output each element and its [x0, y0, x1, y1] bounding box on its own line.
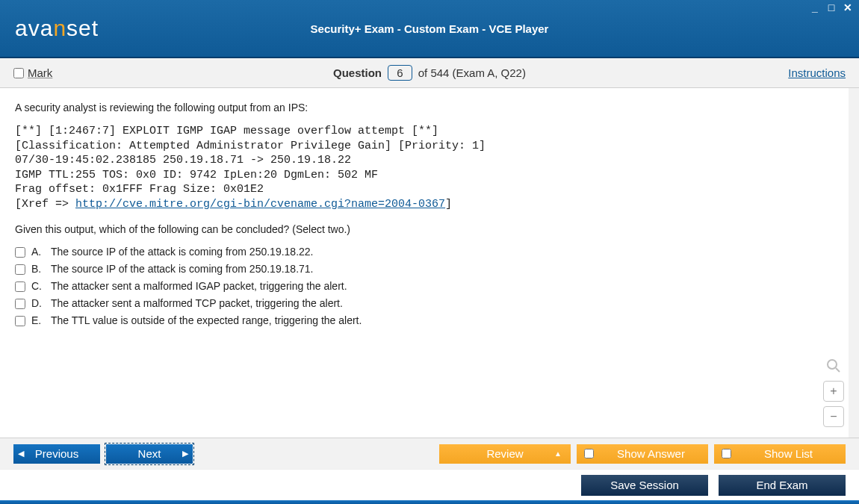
review-button[interactable]: Review ▲ — [439, 444, 571, 464]
question-intro: A security analyst is reviewing the foll… — [15, 102, 834, 113]
code-line: [Classification: Attempted Administrator… — [15, 140, 486, 152]
chevron-left-icon: ◀ — [18, 449, 24, 458]
option-c[interactable]: C. The attacker sent a malformed IGAP pa… — [15, 280, 834, 292]
logo-text: set — [66, 16, 99, 40]
button-label: Show Answer — [603, 447, 699, 460]
code-line: IGMP TTL:255 TOS: 0x0 ID: 9742 IpLen:20 … — [15, 169, 378, 181]
app-window: avanset Security+ Exam - Custom Exam - V… — [0, 0, 859, 504]
window-controls: _ □ ✕ — [808, 1, 855, 13]
show-list-button[interactable]: Show List — [714, 444, 846, 464]
question-of-text: of 544 (Exam A, Q22) — [418, 66, 526, 79]
close-button[interactable]: ✕ — [841, 1, 855, 13]
code-line: 07/30-19:45:02.238185 250.19.18.71 -> 25… — [15, 154, 351, 167]
zoom-controls: + − — [823, 355, 844, 427]
xref-link[interactable]: http://cve.mitre.org/cgi-bin/cvename.cgi… — [75, 198, 445, 211]
option-text: The attacker sent a malformed IGAP packe… — [51, 280, 347, 292]
option-letter: D. — [31, 297, 45, 309]
button-label: Review — [486, 447, 523, 460]
next-button[interactable]: Next ▶ — [106, 444, 193, 464]
end-exam-button[interactable]: End Exam — [719, 475, 846, 496]
option-text: The attacker sent a malformed TCP packet… — [51, 297, 343, 309]
option-b[interactable]: B. The source IP of the attack is coming… — [15, 263, 834, 275]
option-d[interactable]: D. The attacker sent a malformed TCP pac… — [15, 297, 834, 309]
triangle-up-icon: ▲ — [554, 449, 562, 458]
button-label: Previous — [35, 447, 78, 460]
question-indicator: Question 6 of 544 (Exam A, Q22) — [0, 65, 859, 81]
info-bar: Mark Question 6 of 544 (Exam A, Q22) Ins… — [0, 58, 859, 88]
logo-text: n — [53, 16, 66, 40]
option-checkbox[interactable] — [15, 316, 25, 326]
instructions-link[interactable]: Instructions — [788, 66, 846, 79]
option-checkbox[interactable] — [15, 264, 25, 275]
code-line: [**] [1:2467:7] EXPLOIT IGMP IGAP messag… — [15, 125, 438, 137]
maximize-button[interactable]: □ — [825, 1, 838, 13]
code-line: [Xref => — [15, 198, 75, 211]
logo: avanset — [15, 16, 99, 41]
option-letter: B. — [31, 263, 45, 275]
zoom-out-button[interactable]: − — [823, 406, 844, 427]
option-letter: C. — [31, 280, 45, 292]
option-letter: E. — [31, 314, 45, 326]
svg-line-1 — [836, 368, 840, 372]
option-checkbox[interactable] — [15, 299, 25, 309]
magnify-icon[interactable] — [823, 355, 844, 376]
titlebar: avanset Security+ Exam - Custom Exam - V… — [0, 0, 859, 58]
logo-text: v — [28, 16, 40, 40]
button-label: Show List — [740, 447, 837, 460]
bottom-stripe — [0, 500, 859, 504]
mark-checkbox-wrap: Mark — [13, 66, 52, 79]
code-output: [**] [1:2467:7] EXPLOIT IGMP IGAP messag… — [15, 124, 834, 211]
option-e[interactable]: E. The TTL value is outside of the expec… — [15, 314, 834, 326]
svg-point-0 — [828, 360, 837, 369]
option-checkbox[interactable] — [15, 247, 25, 258]
chevron-right-icon: ▶ — [182, 449, 188, 458]
zoom-in-button[interactable]: + — [823, 381, 844, 402]
code-line: ] — [445, 198, 452, 211]
mark-checkbox[interactable] — [13, 68, 24, 78]
mark-label[interactable]: Mark — [28, 66, 52, 79]
option-checkbox[interactable] — [15, 281, 25, 292]
save-session-button[interactable]: Save Session — [581, 475, 708, 496]
window-title: Security+ Exam - Custom Exam - VCE Playe… — [0, 22, 859, 35]
logo-text: a — [40, 16, 54, 40]
option-letter: A. — [31, 246, 45, 258]
question-number-box[interactable]: 6 — [388, 65, 412, 81]
option-text: The source IP of the attack is coming fr… — [51, 246, 314, 258]
options-list: A. The source IP of the attack is coming… — [15, 246, 834, 326]
logo-text: a — [15, 16, 28, 40]
show-answer-checkbox[interactable] — [584, 449, 594, 458]
button-label: Next — [138, 447, 161, 460]
question-subquestion: Given this output, which of the followin… — [15, 223, 834, 235]
option-text: The TTL value is outside of the expected… — [51, 314, 362, 326]
minimize-button[interactable]: _ — [808, 1, 822, 13]
option-a[interactable]: A. The source IP of the attack is coming… — [15, 246, 834, 258]
option-text: The source IP of the attack is coming fr… — [51, 263, 314, 275]
previous-button[interactable]: ◀ Previous — [13, 444, 100, 464]
session-bar: Save Session End Exam — [0, 469, 859, 500]
show-list-checkbox[interactable] — [722, 449, 731, 458]
question-content: A security analyst is reviewing the foll… — [0, 88, 859, 438]
navigation-bar: ◀ Previous Next ▶ Review ▲ Show Answer S… — [0, 438, 859, 469]
code-line: Frag offset: 0x1FFF Frag Size: 0x01E2 — [15, 183, 264, 196]
question-word: Question — [333, 66, 382, 79]
show-answer-button[interactable]: Show Answer — [577, 444, 708, 464]
